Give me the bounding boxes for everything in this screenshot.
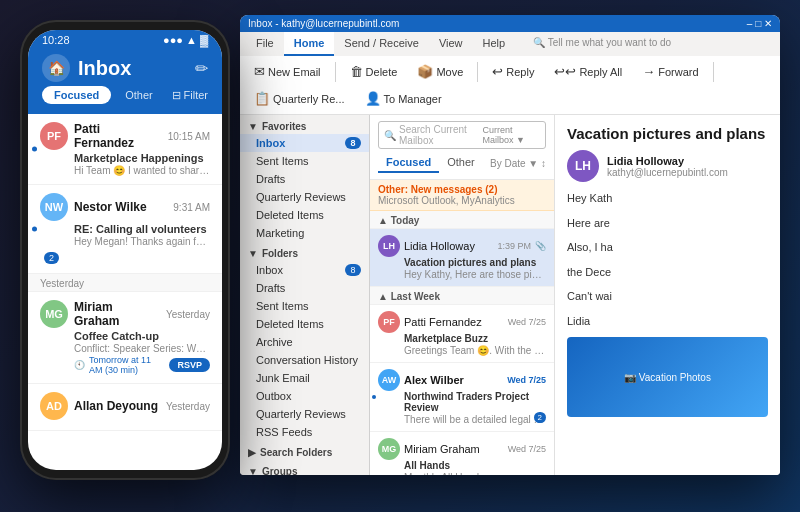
move-icon: 📦 — [417, 64, 433, 79]
phone-clock-icon: 🕙 — [74, 360, 85, 370]
nav-folder-rss[interactable]: RSS Feeds — [240, 423, 369, 441]
msg-preview-miriam-allhands: Monthly All Hands. — [404, 472, 546, 475]
msg-subject-lidia-vacation: Vacation pictures and plans — [404, 257, 546, 268]
nav-folder-junk[interactable]: Junk Email — [240, 369, 369, 387]
attachment-icon-lidia: 📎 — [535, 241, 546, 251]
reply-all-icon: ↩↩ — [554, 64, 576, 79]
phone-header: 🏠 Inbox ✏ Focused Other ⊟ Filter — [28, 48, 222, 114]
phone-status-bar: 10:28 ●●● ▲ ▓ — [28, 30, 222, 48]
nav-groups-header: ▼ Groups — [240, 460, 369, 475]
msg-tab-focused[interactable]: Focused — [378, 153, 439, 173]
delete-label: Delete — [366, 66, 398, 78]
search-icon: 🔍 — [384, 130, 396, 141]
forward-button[interactable]: → Forward — [634, 60, 706, 83]
phone-filter-button[interactable]: ⊟ Filter — [172, 89, 209, 102]
phone-rsvp-button[interactable]: RSVP — [169, 358, 210, 372]
nav-item-deleted[interactable]: Deleted Items — [240, 206, 369, 224]
message-list-pane: 🔍 Search Current Mailbox Current Mailbox… — [370, 115, 555, 475]
msg-list-tabs: Focused Other By Date ▼ ↕ — [378, 153, 546, 173]
ribbon-tell-me[interactable]: 🔍 Tell me what you want to do — [523, 32, 681, 56]
phone-email-item-patti[interactable]: PF Patti Fernandez 10:15 AM Marketplace … — [28, 114, 222, 185]
nav-item-sent[interactable]: Sent Items — [240, 152, 369, 170]
phone-email-item-miriam[interactable]: MG Miriam Graham Yesterday Coffee Catch-… — [28, 292, 222, 384]
phone-badge-nestor: 2 — [44, 252, 59, 264]
phone-email-item-allan[interactable]: AD Allan Deyoung Yesterday — [28, 384, 222, 431]
reading-from-email: kathyt@lucernepubintl.com — [607, 167, 728, 178]
reading-body-line3: Also, I ha — [567, 239, 768, 256]
reply-button[interactable]: ↩ Reply — [484, 60, 542, 83]
nav-chevron-folders: ▼ — [248, 248, 258, 259]
quarterly-label: Quarterly Re... — [273, 93, 345, 105]
phone-preview-nestor: Hey Megan! Thanks again for setting this… — [74, 236, 210, 247]
phone-time-allan: Yesterday — [166, 401, 210, 412]
reading-avatar: LH — [567, 150, 599, 182]
msg-badge-alex: 2 — [534, 412, 546, 423]
move-button[interactable]: 📦 Move — [409, 60, 471, 83]
phone-inbox-icon: 🏠 — [42, 54, 70, 82]
phone-tab-focused[interactable]: Focused — [42, 86, 111, 104]
phone-email-item-nestor[interactable]: NW Nestor Wilke 9:31 AM RE: Calling all … — [28, 185, 222, 274]
msg-tab-other[interactable]: Other — [439, 153, 483, 173]
reading-body-line6: Lidia — [567, 313, 768, 330]
reply-icon: ↩ — [492, 64, 503, 79]
desktop-titlebar-text: Inbox - kathy@lucernepubintl.com — [248, 18, 399, 29]
nav-item-marketing[interactable]: Marketing — [240, 224, 369, 242]
nav-folder-outbox[interactable]: Outbox — [240, 387, 369, 405]
desktop-toolbar: ✉ New Email 🗑 Delete 📦 Move ↩ Reply ↩↩ R… — [240, 56, 780, 115]
desktop-ribbon-tabs: File Home Send / Receive View Help 🔍 Tel… — [240, 32, 780, 56]
ribbon-tab-home[interactable]: Home — [284, 32, 335, 56]
quarterly-review-button[interactable]: 📋 Quarterly Re... — [246, 87, 353, 110]
toolbar-divider-3 — [713, 62, 714, 82]
manager-label: To Manager — [384, 93, 442, 105]
nav-folder-archive[interactable]: Archive — [240, 333, 369, 351]
msg-preview-lidia-vacation: Hey Kathy, Here are those pictures from … — [404, 269, 546, 280]
new-email-button[interactable]: ✉ New Email — [246, 60, 329, 83]
nav-item-drafts[interactable]: Drafts — [240, 170, 369, 188]
ribbon-tab-send-receive[interactable]: Send / Receive — [334, 32, 429, 56]
msg-sender-patti2: Patti Fernandez — [404, 316, 504, 328]
reading-title: Vacation pictures and plans — [567, 125, 768, 142]
delete-button[interactable]: 🗑 Delete — [342, 60, 406, 83]
nav-item-quarterly[interactable]: Quarterly Reviews — [240, 188, 369, 206]
nav-folder-quarterly[interactable]: Quarterly Reviews — [240, 405, 369, 423]
phone-compose-icon[interactable]: ✏ — [195, 59, 208, 78]
msg-time-patti2: Wed 7/25 — [508, 317, 546, 327]
move-label: Move — [436, 66, 463, 78]
msg-item-miriam-allhands[interactable]: MG Miriam Graham Wed 7/25 All Hands Mont… — [370, 432, 554, 475]
ribbon-tab-file[interactable]: File — [246, 32, 284, 56]
phone-tab-other[interactable]: Other — [117, 86, 161, 104]
nav-folders-label: Folders — [262, 248, 298, 259]
nav-folder-inbox[interactable]: Inbox 8 — [240, 261, 369, 279]
nav-folders-header: ▼ Folders — [240, 242, 369, 261]
nav-search-header: ▶ Search Folders — [240, 441, 369, 460]
msg-list-search-box[interactable]: 🔍 Search Current Mailbox Current Mailbox… — [378, 121, 546, 149]
msg-sort-button[interactable]: By Date ▼ ↕ — [490, 158, 546, 169]
msg-item-lidia-vacation[interactable]: LH Lidia Holloway 1:39 PM 📎 Vacation pic… — [370, 229, 554, 287]
phone-reminder-text: Tomorrow at 11 AM (30 min) — [89, 355, 165, 375]
ribbon-tab-view[interactable]: View — [429, 32, 473, 56]
nav-label-deleted: Deleted Items — [256, 209, 324, 221]
nav-label-quarterly: Quarterly Reviews — [256, 191, 346, 203]
msg-item-alex-northwind[interactable]: AW Alex Wilber Wed 7/25 Northwind Trader… — [370, 363, 554, 432]
msg-item-patti-buzz[interactable]: PF Patti Fernandez Wed 7/25 Marketplace … — [370, 305, 554, 363]
phone-preview-miriam: Conflict: Speaker Series: Women in ... — [74, 343, 210, 354]
phone-icons: ●●● ▲ ▓ — [163, 34, 208, 46]
reading-pane: Vacation pictures and plans LH Lidia Hol… — [555, 115, 780, 475]
to-manager-button[interactable]: 👤 To Manager — [357, 87, 450, 110]
nav-folder-drafts[interactable]: Drafts — [240, 279, 369, 297]
desktop-window-controls[interactable]: – □ ✕ — [747, 18, 772, 29]
nav-folder-conv-history[interactable]: Conversation History — [240, 351, 369, 369]
msg-section-lastweek: ▲ Last Week — [370, 287, 554, 305]
reply-all-button[interactable]: ↩↩ Reply All — [546, 60, 630, 83]
reading-body-line5: Can't wai — [567, 288, 768, 305]
msg-avatar-patti2: PF — [378, 311, 400, 333]
phone-reminder-miriam: 🕙 Tomorrow at 11 AM (30 min) RSVP — [74, 355, 210, 375]
msg-time-miriam2: Wed 7/25 — [508, 444, 546, 454]
msg-subject-miriam-allhands: All Hands — [404, 460, 546, 471]
nav-folder-deleted[interactable]: Deleted Items — [240, 315, 369, 333]
ribbon-tab-help[interactable]: Help — [473, 32, 516, 56]
phone-time-patti: 10:15 AM — [168, 131, 210, 142]
nav-item-inbox[interactable]: Inbox 8 — [240, 134, 369, 152]
nav-folder-sent[interactable]: Sent Items — [240, 297, 369, 315]
reading-from-name: Lidia Holloway — [607, 155, 728, 167]
